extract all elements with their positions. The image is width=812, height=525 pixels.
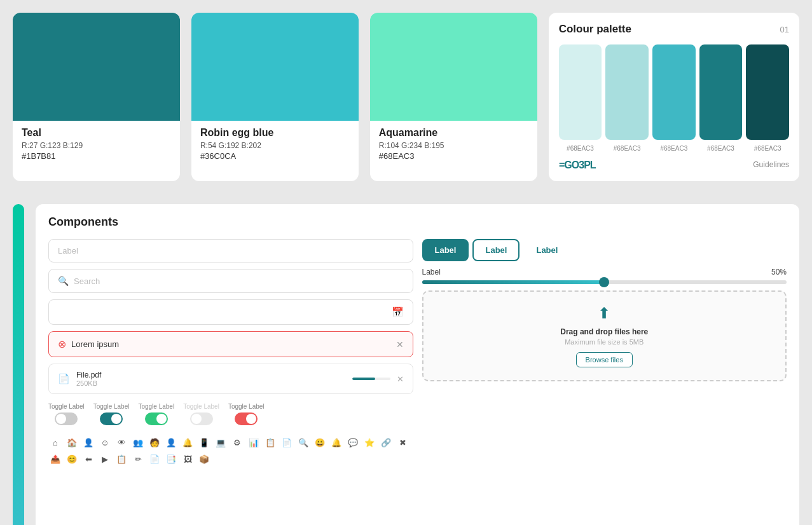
file-progress-bar-container [352, 378, 390, 380]
color-card-robin: Robin egg blue R:54 G:192 B:202 #36C0CA [191, 13, 359, 181]
icon-user: 👤 [81, 435, 95, 449]
palette-card: Colour palette 01 #68EAC3 #68EAC3 #68EAC… [549, 13, 799, 181]
icon-forward: ▶ [98, 452, 112, 466]
slider-row: Label 50% [422, 268, 787, 284]
robin-swatch [191, 13, 359, 121]
icon-doc: 📄 [280, 435, 294, 449]
robin-name: Robin egg blue [200, 127, 350, 139]
search-placeholder: Search [74, 276, 100, 286]
toggle-1[interactable] [55, 412, 78, 425]
icon-notification: 🔔 [329, 435, 343, 449]
palette-title: Colour palette [559, 23, 631, 36]
svg-text:=GO3PL: =GO3PL [559, 160, 596, 170]
toggle-label-1: Toggle Label [48, 403, 85, 410]
icon-chart: 📊 [247, 435, 261, 449]
toggle-label-5: Toggle Label [228, 403, 265, 410]
error-close-icon[interactable]: ✕ [396, 339, 404, 350]
palette-swatch-5 [746, 44, 789, 140]
icon-star: ⭐ [362, 435, 376, 449]
label-input[interactable]: Label [48, 239, 413, 262]
tab-row: Label Label Label [422, 239, 787, 261]
color-card-aquamarine: Aquamarine R:104 G:234 B:195 #68EAC3 [370, 13, 537, 181]
palette-swatch-3 [652, 44, 696, 140]
icon-upload: 📤 [48, 452, 62, 466]
icon-contact: 👤 [164, 435, 178, 449]
toggle-knob-2 [111, 414, 121, 424]
toggle-5[interactable] [235, 412, 258, 425]
drag-subtitle: Maximum file size is 5MB [432, 338, 777, 346]
teal-name: Teal [22, 127, 171, 139]
icon-back: ⬅ [81, 452, 95, 466]
palette-guidelines[interactable]: Guidelines [753, 160, 789, 169]
icon-file: 📄 [148, 452, 162, 466]
file-name: File.pdf [76, 371, 346, 379]
palette-code-3: #68EAC3 [652, 145, 696, 152]
icon-bell: 🔔 [181, 435, 195, 449]
toggle-item-2: Toggle Label [93, 403, 130, 425]
typography-section: ≡GO3PL Typography 02 h1 Display headings… [13, 204, 24, 525]
toggle-knob-3 [156, 414, 167, 424]
error-field: ⊗ Lorem ipsum ✕ [48, 331, 413, 357]
components-card: Components Label 🔍 Search 📅 [36, 204, 799, 525]
aquamarine-hex: #68EAC3 [379, 151, 528, 161]
palette-swatch-1 [559, 44, 602, 140]
calendar-icon: 📅 [392, 306, 404, 318]
icon-stack: 📑 [164, 452, 178, 466]
palette-number: 01 [780, 25, 789, 34]
palette-code-5: #68EAC3 [746, 145, 789, 152]
icon-laptop: 💻 [214, 435, 228, 449]
browse-files-button[interactable]: Browse files [576, 352, 633, 367]
file-remove-icon[interactable]: ✕ [397, 374, 404, 384]
toggle-knob-5 [246, 414, 256, 424]
slider-label: Label [422, 268, 441, 276]
file-info: File.pdf 250KB [76, 371, 346, 387]
icon-house: 🏠 [65, 435, 79, 449]
aquamarine-rgb: R:104 G:234 B:195 [379, 141, 528, 150]
palette-logo: =GO3PL [559, 158, 610, 171]
icon-chat: 💬 [346, 435, 360, 449]
palette-code-1: #68EAC3 [559, 145, 602, 152]
icon-list: 📋 [263, 435, 277, 449]
error-text: Lorem ipsum [71, 339, 119, 349]
icon-phone: 📱 [197, 435, 211, 449]
search-input[interactable]: 🔍 Search [48, 269, 413, 293]
icon-person: 🧑 [148, 435, 162, 449]
icon-clipboard: 📋 [114, 452, 128, 466]
drag-drop-area[interactable]: ⬆ Drag and drop files here Maximum file … [422, 290, 787, 381]
icon-eye: 👁 [114, 435, 128, 449]
teal-hex: #1B7B81 [22, 151, 171, 161]
palette-swatches [559, 44, 789, 140]
toggles-row: Toggle Label Toggle Label Toggle Label [48, 403, 413, 425]
robin-rgb: R:54 G:192 B:202 [200, 141, 350, 150]
toggle-3[interactable] [145, 412, 168, 425]
search-icon: 🔍 [58, 276, 69, 286]
upload-icon: ⬆ [432, 304, 777, 322]
icons-grid: ⌂ 🏠 👤 ☺ 👁 👥 🧑 👤 🔔 📱 💻 ⚙ 📊 📋 📄 🔍 [48, 435, 413, 466]
palette-code-4: #68EAC3 [699, 145, 743, 152]
slider-thumb[interactable] [599, 277, 609, 287]
icon-search: 🔍 [296, 435, 310, 449]
icon-group: 👥 [131, 435, 145, 449]
tab-btn-active[interactable]: Label [422, 239, 469, 261]
toggle-4 [190, 412, 213, 425]
file-size: 250KB [76, 379, 346, 387]
tab-btn-outline[interactable]: Label [472, 239, 520, 261]
teal-swatch [13, 13, 180, 121]
icon-image: 🖼 [181, 452, 195, 466]
toggle-item-3: Toggle Label [138, 403, 174, 425]
palette-codes: #68EAC3 #68EAC3 #68EAC3 #68EAC3 #68EAC3 [559, 145, 789, 152]
color-card-teal: Teal R:27 G:123 B:129 #1B7B81 [13, 13, 180, 181]
aquamarine-swatch [370, 13, 537, 121]
date-input[interactable]: 📅 [48, 299, 413, 325]
toggle-label-2: Toggle Label [93, 403, 130, 410]
tab-btn-ghost[interactable]: Label [523, 239, 570, 261]
file-progress-fill [352, 378, 375, 380]
toggle-label-3: Toggle Label [138, 403, 174, 410]
toggle-2[interactable] [100, 412, 123, 425]
slider-track[interactable] [422, 280, 787, 284]
file-icon: 📄 [58, 373, 70, 385]
icon-smiley: ☺ [98, 435, 112, 449]
components-right: Label Label Label Label 50% [422, 239, 787, 466]
toggle-item-5: Toggle Label [228, 403, 265, 425]
toggle-label-4: Toggle Label [183, 403, 219, 410]
